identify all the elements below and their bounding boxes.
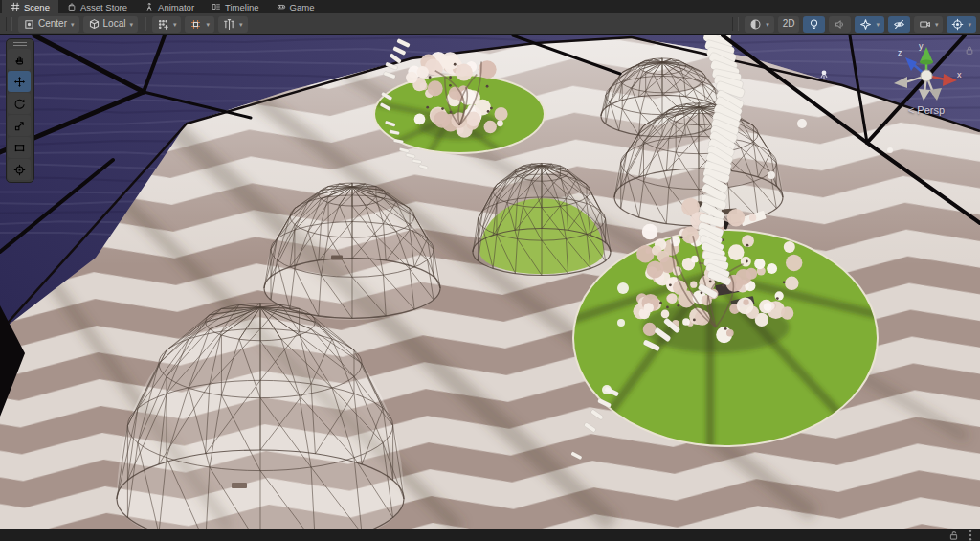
- increment-snap-button[interactable]: ▾: [185, 16, 214, 33]
- tab-scene[interactable]: Scene: [2, 0, 58, 13]
- chevron-down-icon: ▾: [935, 21, 939, 28]
- grid-snap-button[interactable]: ▾: [152, 16, 182, 33]
- unity-editor-window: SceneAsset StoreAnimatorTimelineGame Cen…: [0, 0, 980, 541]
- tab-animator[interactable]: Animator: [136, 0, 203, 13]
- tab-game[interactable]: Game: [268, 0, 323, 13]
- timeline-icon: [212, 2, 221, 11]
- transform-icon: [13, 164, 26, 176]
- view-tool[interactable]: [8, 49, 31, 70]
- projection-mode-label[interactable]: < Persp: [884, 104, 969, 116]
- axis-z-label: z: [898, 48, 902, 57]
- animator-icon: [145, 2, 154, 11]
- axis-y-label: y: [919, 41, 924, 51]
- chevron-down-icon: ▾: [173, 21, 177, 28]
- chevron-down-icon: ▾: [876, 21, 880, 28]
- scene-viewport[interactable]: y x z < Persp: [0, 35, 980, 529]
- axis-neg-z-cone[interactable]: [929, 88, 942, 101]
- chevron-down-icon: ▾: [766, 21, 769, 28]
- rect-icon: [13, 142, 26, 154]
- pivot-orientation-label: Local: [103, 19, 126, 29]
- pivot-mode-label: Center: [38, 19, 67, 29]
- pivot-orientation-button[interactable]: Local ▾: [83, 16, 138, 33]
- toolbar-separator: [145, 17, 145, 31]
- move-tool[interactable]: [8, 71, 31, 92]
- toolbar-grip[interactable]: [6, 17, 12, 31]
- visibility-toggle-button[interactable]: [888, 16, 910, 33]
- draw-mode-button[interactable]: ▾: [745, 16, 774, 33]
- chevron-down-icon: ▾: [71, 21, 75, 28]
- rect-tool[interactable]: [8, 137, 31, 158]
- speaker-icon: [834, 18, 846, 31]
- lighting-toggle-button[interactable]: [803, 16, 825, 33]
- chevron-down-icon: ▾: [239, 21, 243, 28]
- tab-asset-store[interactable]: Asset Store: [58, 0, 136, 13]
- camera-icon: [919, 18, 931, 31]
- chevron-down-icon: ▾: [206, 21, 210, 28]
- effects-icon: [859, 18, 872, 31]
- unlock-icon[interactable]: [948, 530, 959, 541]
- toolbar-grip[interactable]: [732, 17, 739, 31]
- gizmos-menu-button[interactable]: ▾: [947, 16, 976, 33]
- rotate-icon: [13, 98, 26, 110]
- axis-neg-x-cone[interactable]: [894, 77, 907, 88]
- eye-slash-icon: [893, 18, 905, 31]
- pivot-mode-button[interactable]: Center ▾: [18, 16, 79, 33]
- effects-toggle-button[interactable]: ▾: [855, 16, 884, 33]
- snap-settings-button[interactable]: ▾: [218, 16, 248, 33]
- tab-timeline[interactable]: Timeline: [203, 0, 268, 13]
- snap-grid-icon: [157, 18, 169, 31]
- tools-overlay-grip[interactable]: [8, 40, 33, 48]
- cube-icon: [88, 18, 100, 31]
- transform-tool[interactable]: [8, 159, 31, 180]
- snap-button-group: ▾▾▾: [152, 16, 248, 33]
- snap-settings-icon: [223, 18, 235, 31]
- move-icon: [13, 76, 26, 88]
- lightbulb-icon: [808, 18, 820, 31]
- rotate-tool[interactable]: [8, 93, 31, 114]
- gizmo-orbit-icon: [951, 18, 964, 31]
- bottom-bar: [0, 529, 980, 541]
- axis-x-label: x: [957, 70, 962, 79]
- pivot-icon: [23, 18, 35, 31]
- tab-bar: SceneAsset StoreAnimatorTimelineGame: [0, 0, 980, 13]
- kebab-icon[interactable]: [969, 530, 972, 541]
- scene-toolbar: Center ▾ Local ▾ ▾▾▾ ▾2D▾▾▾: [0, 13, 980, 35]
- grid-icon: [11, 2, 20, 11]
- camera-menu-button[interactable]: ▾: [914, 16, 944, 33]
- lock-icon[interactable]: [965, 42, 974, 59]
- chevron-down-icon: ▾: [968, 21, 971, 28]
- chevron-down-icon: ▾: [129, 21, 133, 28]
- axis-z-cone[interactable]: [905, 57, 917, 71]
- axis-x-cone[interactable]: [943, 74, 957, 86]
- tools-overlay: [6, 38, 34, 183]
- hand-icon: [13, 54, 26, 66]
- scene-render[interactable]: [0, 35, 980, 529]
- scale-tool[interactable]: [8, 115, 31, 136]
- shading-sphere-icon: [749, 18, 762, 31]
- axis-gizmo[interactable]: y x z: [886, 39, 967, 102]
- 2d-toggle-button[interactable]: 2D: [778, 16, 800, 33]
- orientation-gizmo[interactable]: y x z < Persp: [884, 39, 969, 116]
- scale-icon: [13, 120, 26, 132]
- game-icon: [277, 2, 286, 11]
- bag-icon: [67, 2, 77, 11]
- axis-neg-y-cone[interactable]: [919, 89, 930, 101]
- view-toggle-group: ▾2D▾▾▾: [745, 16, 976, 33]
- audio-toggle-button[interactable]: [829, 16, 851, 33]
- snap-increment-icon: [189, 18, 202, 31]
